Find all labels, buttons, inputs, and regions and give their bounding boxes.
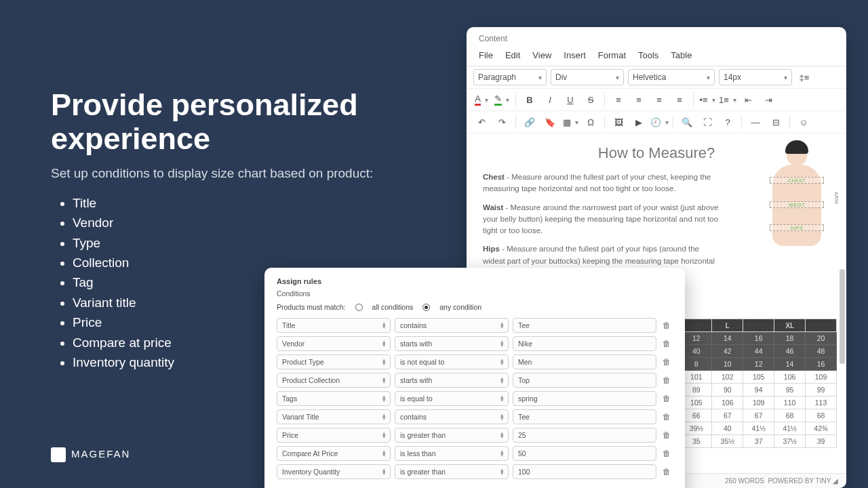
font-size-select[interactable]: 14px▾ <box>719 69 792 85</box>
rule-value-input[interactable]: Tee <box>513 409 656 424</box>
sort-icon: ▴▾ <box>500 359 503 366</box>
rule-value-input[interactable]: spring <box>513 391 656 406</box>
radio-any-condition[interactable] <box>422 304 430 311</box>
underline-button[interactable]: U <box>562 92 578 108</box>
rule-field-select[interactable]: Variant Title▴▾ <box>277 409 391 424</box>
size-col-header <box>681 319 712 332</box>
delete-rule-button[interactable]: 🗑 <box>660 449 673 458</box>
delete-rule-button[interactable]: 🗑 <box>660 357 673 367</box>
rule-operator-select[interactable]: contains▴▾ <box>395 318 509 333</box>
rule-field-select[interactable]: Title▴▾ <box>277 318 391 333</box>
pagebreak-button[interactable]: ⊟ <box>768 114 784 130</box>
size-cell: 101 <box>681 371 712 384</box>
menu-file[interactable]: File <box>479 50 493 60</box>
hero-bullet: Type <box>73 233 403 253</box>
rule-operator-select[interactable]: contains▴▾ <box>395 409 509 424</box>
rule-field-select[interactable]: Product Collection▴▾ <box>277 373 391 388</box>
table-button[interactable]: ▦▾ <box>562 114 578 130</box>
outdent-button[interactable]: ⇤ <box>740 92 756 108</box>
delete-rule-button[interactable]: 🗑 <box>660 375 673 385</box>
rule-field-select[interactable]: Inventory Quantity▴▾ <box>277 464 391 479</box>
delete-rule-button[interactable]: 🗑 <box>660 339 673 348</box>
delete-rule-button[interactable]: 🗑 <box>660 394 673 403</box>
menu-format[interactable]: Format <box>598 50 626 60</box>
rule-field-select[interactable]: Compare At Price▴▾ <box>277 446 391 461</box>
rule-operator-select[interactable]: is not equal to▴▾ <box>395 354 509 369</box>
size-cell: 16 <box>743 332 774 345</box>
line-height-button[interactable]: ‡≡ <box>796 69 812 85</box>
size-cell: 12 <box>681 332 712 345</box>
rule-value-input[interactable]: Nike <box>513 336 656 351</box>
indent-button[interactable]: ⇥ <box>760 92 776 108</box>
size-cell: 67 <box>712 409 743 422</box>
hero-bullet: Title <box>73 193 403 213</box>
text-color-button[interactable]: A▾ <box>473 92 490 108</box>
editor-toolbar-text: A▾ ✎▾ B I U S ≡ ≡ ≡ ≡ •≡▾ 1≡▾ ⇤ ⇥ <box>467 89 846 111</box>
rule-value-input[interactable]: 50 <box>513 446 656 461</box>
radio-all-conditions[interactable] <box>355 304 363 311</box>
size-col-header: L <box>712 319 743 332</box>
rule-value-input[interactable]: Top <box>513 373 656 388</box>
select-all-button[interactable]: ⛶ <box>699 114 715 130</box>
rule-value-input[interactable]: 25 <box>513 428 656 443</box>
rule-operator-select[interactable]: starts with▴▾ <box>395 336 509 351</box>
bullet-list-button[interactable]: •≡▾ <box>699 92 715 108</box>
editor-scrollbar[interactable] <box>840 269 845 364</box>
menu-view[interactable]: View <box>532 50 551 60</box>
hero-bullet: Vendor <box>73 213 403 232</box>
media-button[interactable]: ▶ <box>631 114 647 130</box>
size-cell: 110 <box>774 396 806 409</box>
rule-field-select[interactable]: Vendor▴▾ <box>277 336 391 351</box>
horizontal-rule-button[interactable]: — <box>747 114 764 130</box>
delete-rule-button[interactable]: 🗑 <box>660 412 673 422</box>
rule-field-select[interactable]: Product Type▴▾ <box>277 354 391 369</box>
align-left-button[interactable]: ≡ <box>610 92 627 108</box>
rule-value-input[interactable]: Men <box>513 354 656 369</box>
bold-button[interactable]: B <box>521 92 538 108</box>
special-char-button[interactable]: Ω <box>583 114 599 130</box>
align-justify-button[interactable]: ≡ <box>671 92 688 108</box>
align-right-button[interactable]: ≡ <box>651 92 667 108</box>
sort-icon: ▴▾ <box>382 468 385 476</box>
align-center-button[interactable]: ≡ <box>631 92 647 108</box>
redo-button[interactable]: ↷ <box>494 114 510 130</box>
rule-operator-select[interactable]: is equal to▴▾ <box>395 391 509 406</box>
menu-edit[interactable]: Edit <box>505 50 520 60</box>
font-family-select[interactable]: Helvetica▾ <box>628 69 715 85</box>
delete-rule-button[interactable]: 🗑 <box>660 321 673 330</box>
rule-field-select[interactable]: Tags▴▾ <box>277 391 391 406</box>
rule-field-select[interactable]: Price▴▾ <box>277 428 391 443</box>
rule-operator-select[interactable]: starts with▴▾ <box>395 373 509 388</box>
brand-logo: MAGEFAN <box>51 447 130 460</box>
block-format-select[interactable]: Paragraph▾ <box>473 69 547 85</box>
menu-table[interactable]: Table <box>671 50 692 60</box>
rule-operator-select[interactable]: is greater than▴▾ <box>395 428 509 443</box>
image-button[interactable]: 🖼 <box>610 114 627 130</box>
delete-rule-button[interactable]: 🗑 <box>660 430 673 440</box>
size-cell: 35 <box>681 435 712 448</box>
undo-button[interactable]: ↶ <box>473 114 490 130</box>
bookmark-button[interactable]: 🔖 <box>542 114 558 130</box>
delete-rule-button[interactable]: 🗑 <box>660 467 673 476</box>
menu-tools[interactable]: Tools <box>638 50 658 60</box>
rule-operator-select[interactable]: is less than▴▾ <box>395 446 509 461</box>
highlight-color-button[interactable]: ✎▾ <box>494 92 510 108</box>
help-button[interactable]: ? <box>719 114 736 130</box>
link-button[interactable]: 🔗 <box>521 114 538 130</box>
emoji-button[interactable]: ☺ <box>795 114 812 130</box>
container-format-select[interactable]: Div▾ <box>551 69 624 85</box>
find-button[interactable]: 🔍 <box>679 114 695 130</box>
numbered-list-button[interactable]: 1≡▾ <box>719 92 736 108</box>
assign-rules-card: Assign rules Conditions Products must ma… <box>264 268 685 488</box>
chevron-down-icon: ▾ <box>784 74 787 81</box>
italic-button[interactable]: I <box>542 92 558 108</box>
strikethrough-button[interactable]: S <box>583 92 599 108</box>
rule-operator-select[interactable]: is greater than▴▾ <box>395 464 509 479</box>
rule-value-input[interactable]: Tee <box>513 318 656 333</box>
size-cell: 68 <box>806 409 837 422</box>
menu-insert[interactable]: Insert <box>564 50 586 60</box>
rule-value-input[interactable]: 100 <box>513 464 656 479</box>
rule-row: Product Collection▴▾starts with▴▾Top🗑 <box>277 373 673 388</box>
hero-title: Provide personalized experience <box>51 88 403 155</box>
datetime-button[interactable]: 🕘▾ <box>651 114 667 130</box>
